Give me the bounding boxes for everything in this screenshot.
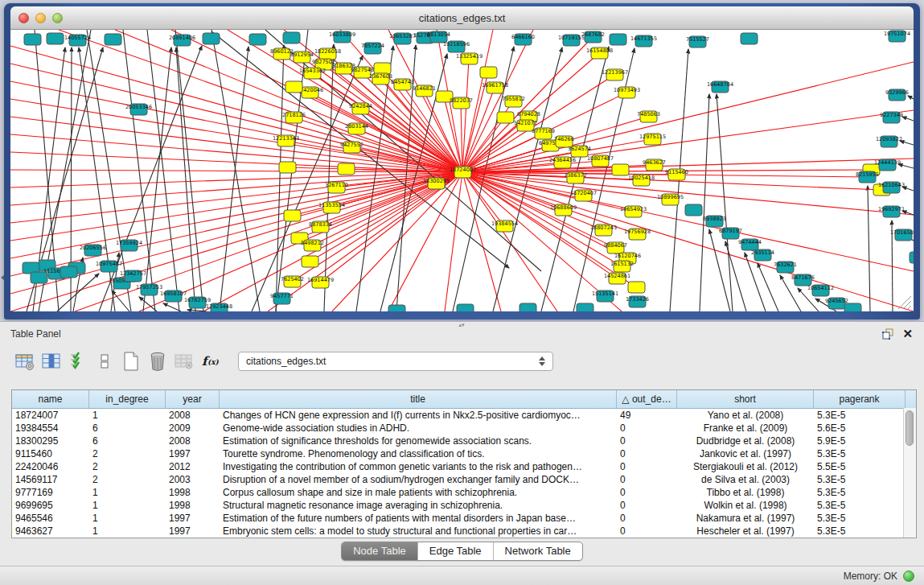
- graph-node[interactable]: [24, 34, 41, 45]
- graph-node[interactable]: 13325419: [456, 53, 483, 64]
- graph-node[interactable]: 9427552: [340, 142, 363, 153]
- graph-node[interactable]: 16914479: [307, 277, 334, 288]
- graph-node[interactable]: 14055724: [64, 35, 91, 46]
- graph-node[interactable]: 11353554: [318, 202, 345, 213]
- graph-node[interactable]: 8938923: [703, 216, 726, 227]
- graph-node[interactable]: 12975115: [639, 134, 666, 145]
- graph-node[interactable]: 19756928: [624, 229, 651, 240]
- graph-node[interactable]: 8878334: [309, 221, 332, 233]
- graph-node[interactable]: 3267110: [325, 182, 348, 193]
- column-header-outde[interactable]: △ out_de…: [617, 390, 677, 408]
- graph-node[interactable]: 10653287: [389, 33, 416, 44]
- graph-node[interactable]: [910, 252, 914, 263]
- float-panel-icon[interactable]: [881, 328, 894, 340]
- graph-node[interactable]: 17359924: [116, 240, 142, 251]
- graph-node[interactable]: 8498212: [301, 240, 324, 251]
- column-header-indegree[interactable]: in_degree: [89, 390, 166, 408]
- memory-ok-icon[interactable]: [903, 571, 914, 582]
- graph-node[interactable]: 15720407: [570, 190, 597, 201]
- column-header-title[interactable]: title: [220, 390, 617, 408]
- graph-node[interactable]: 19692971: [878, 206, 905, 217]
- graph-node[interactable]: 7632621: [774, 262, 797, 273]
- close-panel-icon[interactable]: ✕: [902, 328, 913, 340]
- graph-node[interactable]: 16961758: [482, 82, 508, 93]
- graph-node[interactable]: 12923448: [206, 303, 232, 311]
- graph-node[interactable]: 24364436: [549, 157, 576, 168]
- graph-node[interactable]: 19654923: [620, 206, 647, 217]
- graph-node[interactable]: [612, 164, 629, 175]
- graph-node[interactable]: 7386372: [564, 172, 587, 183]
- column-header-pagerank[interactable]: pagerank: [814, 390, 906, 408]
- graph-node[interactable]: 2935114: [751, 249, 774, 261]
- table-row[interactable]: 977716911998Corpus callosum shape and si…: [12, 486, 916, 499]
- window-titlebar[interactable]: citations_edges.txt: [10, 6, 914, 30]
- column-header-year[interactable]: year: [166, 390, 220, 408]
- graph-node[interactable]: 15135141: [592, 290, 618, 302]
- table-row[interactable]: 969969511998Structural magnetic resonanc…: [12, 499, 916, 512]
- import-table-icon[interactable]: [68, 351, 88, 372]
- graph-node[interactable]: [283, 32, 300, 43]
- table-row[interactable]: 1872400712008Changes of HCN gene express…: [12, 409, 916, 422]
- graph-node[interactable]: 9884067: [604, 242, 627, 253]
- tab-node-table[interactable]: Node Table: [342, 542, 417, 560]
- graph-node[interactable]: 20206556: [80, 245, 106, 256]
- column-header-short[interactable]: short: [677, 390, 814, 408]
- graph-node[interactable]: 2803144: [345, 123, 368, 134]
- graph-node[interactable]: 16958107: [160, 290, 187, 302]
- graph-node[interactable]: 8912954: [290, 51, 314, 63]
- graph-node[interactable]: [741, 33, 758, 44]
- graph-node[interactable]: 7625402: [281, 276, 304, 287]
- graph-node[interactable]: [60, 266, 77, 278]
- graph-node[interactable]: 10975487: [96, 261, 122, 272]
- graph-node[interactable]: 16648784: [707, 81, 733, 93]
- graph-node[interactable]: 9115460: [665, 169, 688, 180]
- graph-node[interactable]: [844, 303, 861, 311]
- graph-node[interactable]: 16033809: [329, 31, 355, 43]
- graph-node[interactable]: [249, 34, 266, 45]
- graph-node[interactable]: 18807243: [590, 225, 617, 236]
- graph-node[interactable]: [374, 63, 391, 74]
- graph-node[interactable]: 2367608: [369, 73, 392, 84]
- graph-node[interactable]: [610, 34, 626, 45]
- graph-node[interactable]: [203, 33, 220, 44]
- graph-node[interactable]: 10688609: [550, 204, 577, 216]
- graph-node[interactable]: [497, 112, 514, 123]
- graph-node[interactable]: [338, 163, 355, 175]
- graph-node[interactable]: 9457771: [270, 293, 294, 304]
- graph-node[interactable]: 20891406: [169, 35, 195, 46]
- graph-node[interactable]: 1733426: [626, 296, 649, 307]
- graph-node[interactable]: 1615132: [610, 261, 634, 272]
- graph-node[interactable]: 12213967: [602, 69, 628, 80]
- delete-table-icon[interactable]: [147, 351, 168, 372]
- graph-node[interactable]: 7955812: [502, 96, 525, 107]
- graph-node[interactable]: 9242844: [349, 103, 372, 114]
- graph-node[interactable]: 8454743: [391, 79, 414, 90]
- graph-node[interactable]: 9329966: [885, 89, 909, 101]
- graph-node[interactable]: [279, 162, 296, 173]
- function-builder-icon[interactable]: f(x): [200, 351, 221, 372]
- graph-node[interactable]: 7485063: [637, 111, 660, 122]
- graph-node[interactable]: 8215955: [856, 171, 879, 183]
- graph-node[interactable]: [47, 33, 64, 44]
- graph-node[interactable]: 8822037: [450, 97, 473, 109]
- graph-node[interactable]: [457, 304, 474, 311]
- graph-node[interactable]: [577, 303, 593, 311]
- graph-node[interactable]: [284, 210, 301, 221]
- graph-node[interactable]: 6879197: [719, 228, 742, 239]
- resize-grip-icon[interactable]: [908, 306, 911, 309]
- graph-node[interactable]: 9146821: [413, 85, 436, 97]
- graph-node[interactable]: 9463627: [643, 159, 666, 171]
- graph-node[interactable]: 10654112: [807, 285, 834, 296]
- graph-node[interactable]: [388, 305, 405, 311]
- graph-node[interactable]: 6466160: [511, 34, 535, 45]
- graph-node[interactable]: 17016504: [890, 229, 914, 241]
- graph-node[interactable]: 14671355: [630, 35, 657, 47]
- create-table-icon[interactable]: [121, 351, 142, 372]
- graph-node[interactable]: 9777169: [532, 128, 555, 139]
- graph-node[interactable]: [31, 272, 47, 283]
- table-row[interactable]: 911546021997Tourette syndrome. Phenomeno…: [12, 447, 916, 460]
- graph-node[interactable]: 10025418: [628, 175, 655, 186]
- tab-network-table[interactable]: Network Table: [493, 542, 582, 560]
- graph-node[interactable]: [302, 256, 318, 267]
- table-settings-icon[interactable]: [14, 351, 35, 372]
